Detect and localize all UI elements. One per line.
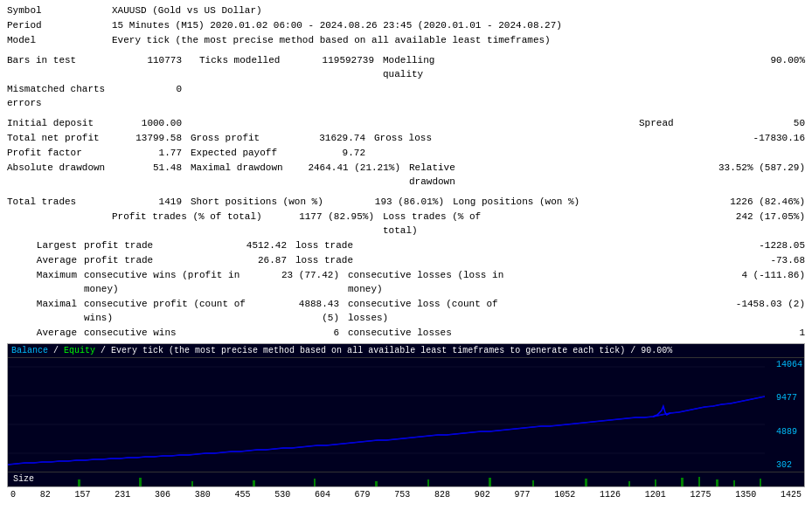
x-label-8: 604 (315, 490, 330, 500)
ticks-value: 119592739 (287, 53, 374, 81)
chart-inner: 14064 9477 4889 302 (8, 358, 804, 472)
net-profit-label: Total net profit (7, 131, 112, 145)
abs-drawdown-label: Absolute drawdown (7, 161, 112, 189)
avg-wins-value: 6 (278, 326, 339, 340)
symbol-row: Symbol XAUUSD (Gold vs US Dollar) (7, 3, 805, 17)
maximal-label: Maximal (7, 297, 77, 325)
avg-loss-value: -73.68 (427, 253, 805, 267)
average-label: Average (7, 253, 77, 267)
max-losses-sublabel: consecutive losses (loss in money) (339, 268, 514, 296)
mismatched-label: Mismatched charts errors (7, 82, 112, 110)
spread-value: 50 (744, 116, 805, 130)
report-container: Symbol XAUUSD (Gold vs US Dollar) Period… (0, 0, 812, 505)
largest-loss-value: -1228.05 (427, 238, 805, 252)
x-label-7: 530 (274, 490, 290, 500)
long-label: Long positions (won %) (444, 195, 584, 209)
svg-rect-15 (655, 479, 656, 487)
avg-consec-label: Average (7, 326, 77, 340)
x-label-11: 828 (434, 490, 450, 500)
maximal-profit-sublabel: consecutive profit (count of wins) (77, 297, 278, 325)
expected-payoff-label: Expected payoff (182, 146, 287, 160)
largest-label: Largest (7, 238, 77, 252)
short-value: 193 (86.01%) (357, 195, 444, 209)
period-row: Period 15 Minutes (M15) 2020.01.02 06:00… (7, 18, 805, 32)
svg-rect-8 (314, 479, 316, 487)
abs-drawdown-value: 51.48 (112, 161, 182, 189)
model-row: Model Every tick (the most precise metho… (7, 33, 805, 47)
profit-factor-label: Profit factor (7, 146, 112, 160)
svg-rect-13 (585, 479, 587, 487)
largest-loss-sublabel: loss trade (287, 238, 427, 252)
x-axis-area: 0 82 157 231 306 380 455 530 604 679 753… (7, 487, 805, 501)
x-label-3: 231 (115, 490, 130, 500)
profit-factor-value: 1.77 (112, 146, 182, 160)
loss-trades-value: 242 (17.05%) (514, 210, 805, 238)
deposit-label: Initial deposit (7, 116, 112, 130)
deposit-value: 1000.00 (112, 116, 182, 130)
period-label: Period (7, 18, 112, 32)
model-value: Every tick (the most precise method base… (112, 33, 805, 47)
y-label-bottom: 302 (776, 460, 802, 470)
svg-rect-20 (760, 479, 761, 487)
svg-rect-7 (253, 480, 255, 487)
svg-rect-5 (139, 478, 142, 487)
y-label-3: 4889 (776, 427, 802, 437)
svg-rect-9 (375, 481, 378, 487)
maximal-loss-value: -1458.03 (2) (514, 297, 805, 325)
quality-value: 90.00% (479, 53, 805, 81)
x-label-16: 1201 (645, 490, 666, 500)
max-drawdown-label: Maximal drawdown (182, 161, 287, 189)
chart-area: Balance / Equity / Every tick (the most … (7, 343, 805, 487)
gross-profit-label: Gross profit (182, 131, 287, 145)
x-label-14: 1052 (554, 490, 575, 500)
rel-drawdown-value: 33.52% (587.29) (496, 161, 805, 189)
total-trades-value: 1419 (112, 195, 182, 209)
chart-header: Balance / Equity / Every tick (the most … (8, 344, 804, 358)
svg-rect-12 (532, 480, 534, 487)
largest-profit-value: 4512.42 (182, 238, 287, 252)
svg-rect-18 (716, 479, 718, 487)
avg-losses-sublabel: consecutive losses (339, 326, 514, 340)
equity-chart-label: Equity (64, 346, 95, 355)
ticks-label: Ticks modelled (182, 53, 287, 81)
x-label-19: 1425 (781, 490, 802, 500)
rel-drawdown-label: Relative drawdown (400, 161, 496, 189)
net-profit-value: 13799.58 (112, 131, 182, 145)
symbol-value: XAUUSD (Gold vs US Dollar) (112, 3, 805, 17)
x-label-18: 1350 (735, 490, 756, 500)
svg-rect-19 (733, 480, 735, 487)
x-label-5: 380 (195, 490, 211, 500)
x-label-12: 902 (475, 490, 490, 500)
short-label: Short positions (won %) (182, 195, 357, 209)
x-label-1: 82 (40, 490, 51, 500)
x-label-0: 0 (10, 490, 16, 500)
maximal-loss-sublabel: consecutive loss (count of losses) (339, 297, 514, 325)
max-wins-value: 23 (77.42) (278, 268, 339, 296)
svg-rect-16 (681, 478, 684, 487)
svg-rect-11 (489, 478, 491, 487)
largest-profit-sublabel: profit trade (77, 238, 182, 252)
gross-loss-value: -17830.16 (453, 131, 805, 145)
profit-trades-label: Profit trades (% of total) (112, 210, 287, 238)
x-label-17: 1275 (690, 490, 711, 500)
x-label-15: 1126 (600, 490, 621, 500)
max-drawdown-value: 2464.41 (21.21%) (287, 161, 400, 189)
avg-wins-sublabel: consecutive wins (77, 326, 278, 340)
x-label-10: 753 (394, 490, 410, 500)
x-labels: 0 82 157 231 306 380 455 530 604 679 753… (10, 490, 802, 500)
avg-loss-sublabel: loss trade (287, 253, 427, 267)
bars-value: 110773 (112, 53, 182, 81)
balance-chart-label: Balance (11, 346, 48, 355)
x-label-4: 306 (155, 490, 170, 500)
y-label-top: 14064 (776, 360, 802, 369)
period-value: 15 Minutes (M15) 2020.01.02 06:00 - 2024… (112, 18, 805, 32)
bars-label: Bars in test (7, 53, 112, 81)
size-area: Size (8, 472, 804, 487)
svg-rect-4 (78, 479, 80, 487)
x-label-13: 977 (515, 490, 531, 500)
gross-profit-value: 31629.74 (287, 131, 365, 145)
balance-chart-svg (8, 358, 765, 472)
x-label-9: 679 (355, 490, 371, 500)
x-label-6: 455 (234, 490, 250, 500)
svg-rect-10 (427, 479, 429, 487)
